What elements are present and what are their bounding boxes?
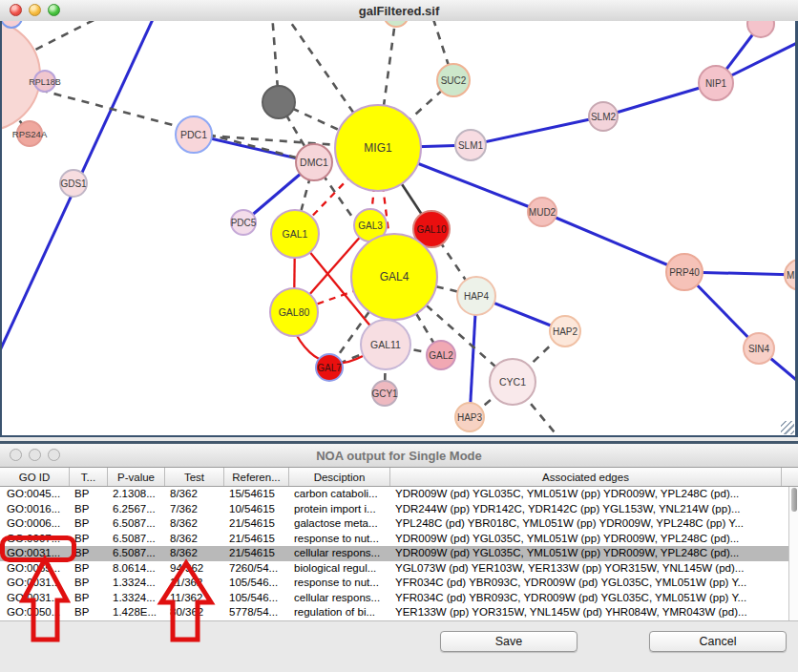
node-SLM2[interactable] — [589, 102, 618, 131]
cell-p-value: 6.5087... — [108, 532, 165, 547]
node-SIN4[interactable] — [744, 333, 774, 364]
zoom-button[interactable] — [48, 4, 60, 16]
cell-p-value: 1.3324... — [108, 591, 165, 606]
cell-test: 8/362 — [165, 532, 224, 547]
column-header-test[interactable]: Test — [165, 468, 224, 486]
close-button[interactable] — [10, 449, 22, 461]
node-BIGPINK[interactable] — [0, 21, 40, 131]
cancel-button[interactable]: Cancel — [649, 631, 787, 652]
node-SUC2[interactable] — [437, 64, 470, 96]
node-PDC1[interactable] — [176, 116, 212, 153]
cell-reference: 21/54615 — [224, 516, 289, 532]
table-row[interactable]: GO:0007...BP6.5087...8/36221/54615respon… — [0, 532, 798, 547]
table-row[interactable]: GO:0045...BP2.1308...8/36215/54615carbon… — [0, 487, 798, 502]
node-PDC5[interactable] — [231, 210, 256, 235]
node-RPL18B[interactable] — [34, 71, 55, 92]
cell-type: BP — [70, 516, 108, 532]
cell-go-id: GO:0050... — [0, 605, 70, 620]
table-scrollbar[interactable] — [788, 487, 798, 620]
scrollbar-thumb[interactable] — [791, 488, 797, 512]
cell-test: 94/362 — [165, 561, 224, 577]
cell-type: BP — [70, 532, 108, 547]
cell-reference: 105/546... — [224, 591, 289, 606]
cell-go-id: GO:0031... — [0, 576, 70, 591]
node-NIP1[interactable] — [699, 66, 733, 100]
node-GAL1[interactable] — [271, 210, 319, 258]
noa-window-titlebar[interactable]: NOA output for Single Mode — [0, 444, 798, 468]
minimize-button[interactable] — [29, 4, 41, 16]
cell-description: galactose meta... — [289, 516, 390, 532]
table-row[interactable]: GO:0031...BP1.3324...11/362105/546...cel… — [0, 591, 798, 606]
node-RPS24A[interactable] — [17, 121, 42, 146]
close-button[interactable] — [10, 4, 22, 16]
column-header-p-value[interactable]: P-value — [108, 468, 165, 486]
cell-associated-edges: YDR009W (pd) YGL035C, YML051W (pp) YDR00… — [390, 487, 782, 502]
cell-go-id: GO:0031... — [0, 591, 70, 606]
cell-description: cellular respons... — [289, 546, 390, 561]
cell-description: protein import i... — [289, 502, 390, 517]
table-row[interactable]: GO:0006...BP6.5087...8/36221/54615galact… — [0, 516, 798, 532]
node-GCY1[interactable] — [372, 381, 397, 406]
network-window-titlebar[interactable]: galFiltered.sif — [0, 0, 798, 22]
table-row[interactable]: GO:0031...BP6.5087...8/36221/54615cellul… — [0, 546, 798, 561]
window-border-left — [0, 21, 2, 437]
save-button[interactable]: Save — [440, 631, 578, 652]
edge-SLM1-SLM2[interactable] — [471, 116, 603, 145]
node-PRP40[interactable] — [666, 254, 703, 290]
cell-go-id: GO:0007... — [0, 532, 70, 547]
node-SLM1[interactable] — [455, 130, 486, 160]
network-graph[interactable]: RPL18BRPS24AGDS1PDC1DMC1MIG1SUC2SLM1SLM2… — [0, 21, 798, 435]
column-header-description[interactable]: Desciption — [289, 468, 390, 486]
cell-reference: 21/54615 — [224, 546, 289, 561]
node-GAL11[interactable] — [361, 320, 410, 369]
node-HAP3[interactable] — [455, 403, 484, 431]
cell-reference: 105/546... — [224, 576, 289, 591]
table-row[interactable]: GO:0016...BP6.2567...7/36210/54615protei… — [0, 502, 798, 517]
minimize-button[interactable] — [29, 449, 41, 461]
cell-reference: 21/54615 — [224, 532, 289, 547]
cell-test: 8/362 — [165, 546, 224, 561]
cell-type: BP — [70, 487, 108, 502]
cell-p-value: 6.2567... — [108, 502, 165, 517]
cell-test: 11/362 — [165, 576, 224, 591]
node-HAP4[interactable] — [457, 277, 495, 315]
node-GAL2[interactable] — [427, 341, 455, 369]
table-header: GO IDT...P-valueTestReferen...Desciption… — [0, 468, 798, 487]
window-border-bottom — [0, 435, 798, 437]
resize-grip-icon[interactable] — [781, 421, 794, 434]
cell-test: 8/362 — [165, 516, 224, 532]
column-header-associated-edges[interactable]: Associated edges — [390, 468, 782, 486]
cell-associated-edges: YDR244W (pp) YDR142C, YDR142C (pp) YGL15… — [390, 502, 782, 517]
column-header-reference[interactable]: Referen... — [224, 468, 289, 486]
node-MUD2[interactable] — [528, 198, 556, 226]
cell-p-value: 2.1308... — [108, 487, 165, 502]
network-canvas[interactable]: RPL18BRPS24AGDS1PDC1DMC1MIG1SUC2SLM1SLM2… — [0, 21, 798, 435]
cell-p-value: 6.5087... — [108, 546, 165, 561]
cell-reference: 10/54615 — [224, 502, 289, 517]
cell-test: 7/362 — [165, 502, 224, 517]
node-DMC1[interactable] — [296, 144, 332, 180]
node-GAL80[interactable] — [270, 288, 318, 336]
cell-p-value: 1.3324... — [108, 576, 165, 591]
node-GRAY1[interactable] — [262, 86, 295, 118]
table-row[interactable]: GO:0050...BP1.428E...80/3625778/54...reg… — [0, 605, 798, 620]
node-MIG1[interactable] — [335, 105, 421, 191]
zoom-button[interactable] — [48, 449, 60, 461]
network-window-title: galFiltered.sif — [359, 4, 440, 18]
node-GAL4[interactable] — [351, 234, 437, 320]
cell-p-value: 6.5087... — [108, 516, 165, 532]
column-header-go-id[interactable]: GO ID — [0, 468, 70, 486]
node-GDS1[interactable] — [60, 170, 87, 197]
node-HAP2[interactable] — [550, 316, 580, 346]
table-row[interactable]: GO:0065...BP8.0614...94/3627260/54...bio… — [0, 561, 798, 577]
node-CYC1[interactable] — [490, 359, 536, 405]
traffic-lights-inactive — [10, 449, 60, 461]
column-header-type[interactable]: T... — [70, 468, 108, 486]
node-GAL7[interactable] — [316, 354, 343, 381]
network-window: galFiltered.sif RPL18BRPS24AGDS1PDC1DMC1… — [0, 0, 798, 437]
cell-type: BP — [70, 561, 108, 577]
table-row[interactable]: GO:0031...BP1.3324...11/362105/546...res… — [0, 576, 798, 591]
cell-associated-edges: YPL248C (pd) YBR018C, YML051W (pp) YDR00… — [390, 516, 782, 532]
node-TOPGREEN[interactable] — [384, 21, 409, 27]
edge-MUD2-PRP40[interactable] — [542, 212, 684, 272]
